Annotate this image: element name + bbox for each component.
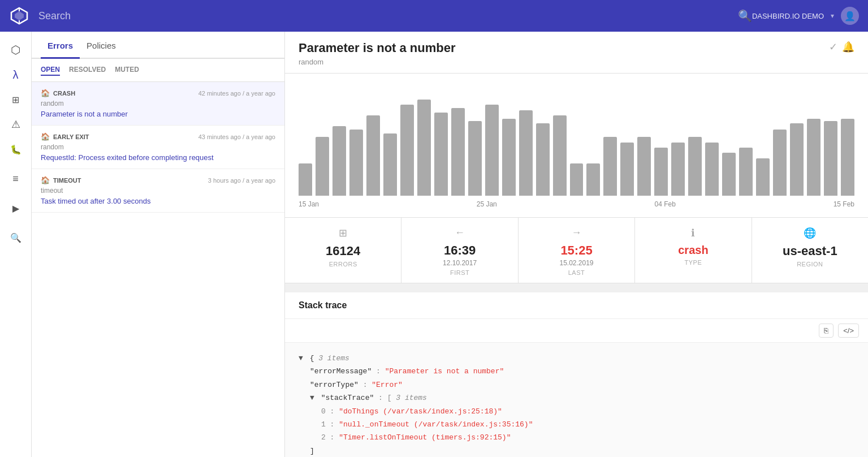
error-item-2[interactable]: 🏠 TIMEOUT 3 hours ago / a year ago timeo…: [32, 169, 284, 213]
trace-error-type: "errorType" : "Error": [310, 378, 854, 391]
error-type-timeout: 🏠 TIMEOUT: [41, 176, 81, 184]
sidebar-icons: ⬡ λ ⊞ ⚠ 🐛 ≡ ▶ 🔍: [0, 32, 32, 457]
panel-tabs: Errors Policies: [32, 32, 284, 59]
search-input[interactable]: [38, 10, 733, 22]
trace-0: "doThings (/var/task/index.js:25:18)": [339, 407, 502, 416]
chart-bar: [383, 133, 397, 196]
chart-bar: [603, 137, 617, 196]
error-type-text-2: TIMEOUT: [53, 177, 81, 184]
filter-muted[interactable]: MUTED: [115, 64, 139, 76]
error-msg-key: "errorMessage": [310, 367, 372, 376]
stat-type-value: crash: [678, 244, 708, 257]
error-service-1: random: [41, 143, 275, 151]
trace-error-message: "errorMessage" : "Parameter is not a num…: [310, 365, 854, 378]
error-message-0: Parameter is not a number: [41, 110, 275, 118]
error-item-1[interactable]: 🏠 EARLY EXIT 43 minutes ago / a year ago…: [32, 126, 284, 169]
chart-label-0: 15 Jan: [299, 200, 319, 208]
chart-bar: [688, 137, 702, 196]
sidebar-item-alert[interactable]: ⚠: [5, 113, 27, 136]
stat-type-label: TYPE: [685, 259, 702, 266]
error-type-text-1: EARLY EXIT: [53, 133, 89, 140]
trace-2: "Timer.listOnTimeout (timers.js:92:15)": [339, 433, 511, 442]
timeout-icon: 🏠: [41, 176, 50, 184]
error-time-0: 42 minutes ago / a year ago: [198, 90, 275, 97]
check-icon[interactable]: ✓: [829, 41, 837, 53]
chart-bar: [536, 123, 550, 196]
stat-region-value: us-east-1: [783, 244, 837, 258]
first-occurrence-icon: ←: [455, 227, 465, 239]
items-count: 3 items: [318, 354, 349, 363]
error-item-header-1: 🏠 EARLY EXIT 43 minutes ago / a year ago: [41, 132, 275, 141]
collapse-arrow-stack[interactable]: ▼: [310, 394, 314, 402]
sidebar-item-search[interactable]: 🔍: [5, 226, 27, 249]
topbar: 🔍 DASHBIRD.IO DEMO ▾ 👤: [0, 0, 868, 32]
stat-region: 🌐 us-east-1 REGION: [752, 218, 868, 283]
chart-bar: [332, 126, 346, 196]
detail-title: Parameter is not a number: [299, 41, 456, 55]
sidebar-item-bug[interactable]: 🐛: [5, 138, 27, 161]
chart-labels: 15 Jan 25 Jan 04 Feb 15 Feb: [299, 200, 854, 208]
avatar[interactable]: 👤: [841, 7, 859, 25]
early-exit-icon: 🏠: [41, 132, 50, 141]
trace-item-0: 0 : "doThings (/var/task/index.js:25:18)…: [321, 405, 854, 418]
detail-subtitle: random: [299, 58, 456, 66]
chart-bar: [722, 153, 736, 196]
sidebar-item-lambda[interactable]: λ: [5, 63, 27, 86]
sidebar-item-stack[interactable]: ≡: [5, 167, 27, 190]
error-item-header-2: 🏠 TIMEOUT 3 hours ago / a year ago: [41, 176, 275, 184]
stat-first-value: 16:39: [444, 243, 476, 258]
region-icon: 🌐: [804, 227, 816, 239]
stack-trace-section: Stack trace ⎘ </> ▼ { 3 items "errorMess…: [285, 292, 868, 457]
chart-label-2: 04 Feb: [655, 200, 676, 208]
chart-bar: [790, 123, 804, 196]
error-time-1: 43 minutes ago / a year ago: [198, 133, 275, 140]
tab-policies[interactable]: Policies: [80, 32, 123, 59]
chart-bar: [773, 130, 787, 196]
chart-bar: [366, 115, 380, 196]
last-occurrence-icon: →: [572, 227, 582, 239]
search-icon[interactable]: 🔍: [738, 9, 752, 23]
dropdown-arrow[interactable]: ▾: [831, 12, 834, 20]
error-type-early: 🏠 EARLY EXIT: [41, 132, 89, 141]
bell-icon[interactable]: 🔔: [842, 41, 854, 53]
copy-button[interactable]: ⎘: [819, 324, 834, 338]
sidebar-item-grid[interactable]: ⊞: [5, 88, 27, 111]
tab-errors[interactable]: Errors: [41, 32, 80, 59]
chart-bar: [620, 143, 634, 196]
trace-close-bracket: ]: [310, 445, 854, 457]
sidebar-item-dashboard[interactable]: ⬡: [5, 38, 27, 61]
stat-last-sub: 15.02.2019: [559, 259, 593, 267]
collapse-arrow-root[interactable]: ▼: [299, 354, 303, 363]
logo[interactable]: [9, 6, 29, 26]
chart-bar: [468, 121, 482, 196]
crash-icon-0: 🏠: [41, 89, 50, 97]
user-name: DASHBIRD.IO DEMO: [752, 12, 824, 20]
stat-last-value: 15:25: [560, 243, 592, 258]
chart-bar: [756, 158, 770, 196]
chart-bar: [316, 137, 329, 196]
chart-bar: [570, 163, 584, 196]
chart-bar: [654, 148, 668, 196]
chart-bar: [502, 119, 516, 196]
search-bar[interactable]: 🔍: [38, 9, 752, 23]
error-item-0[interactable]: 🏠 CRASH 42 minutes ago / a year ago rand…: [32, 82, 284, 126]
trace-item-1: 1 : "null._onTimeout (/var/task/index.js…: [321, 418, 854, 431]
chart-bar: [586, 163, 600, 196]
sidebar-item-play[interactable]: ▶: [5, 197, 27, 219]
chart-bar: [400, 105, 414, 196]
filter-resolved[interactable]: RESOLVED: [69, 64, 106, 76]
filter-open[interactable]: OPEN: [41, 64, 60, 76]
chart-bar: [434, 113, 448, 196]
bar-chart: [299, 83, 854, 196]
right-panel: Parameter is not a number random ✓ 🔔 15 …: [285, 32, 868, 457]
chart-bar: [485, 105, 499, 196]
stat-region-label: REGION: [797, 261, 823, 268]
topbar-right: DASHBIRD.IO DEMO ▾ 👤: [752, 7, 859, 25]
stack-trace-title: Stack trace: [285, 292, 868, 319]
trace-stacktrace: ▼ "stackTrace" : [ 3 items: [310, 391, 854, 404]
stat-errors-value: 16124: [326, 244, 360, 258]
chart-bar: [824, 121, 837, 196]
code-button[interactable]: </>: [838, 324, 859, 338]
stat-first-sub: 12.10.2017: [443, 259, 477, 267]
chart-bar: [637, 137, 651, 196]
